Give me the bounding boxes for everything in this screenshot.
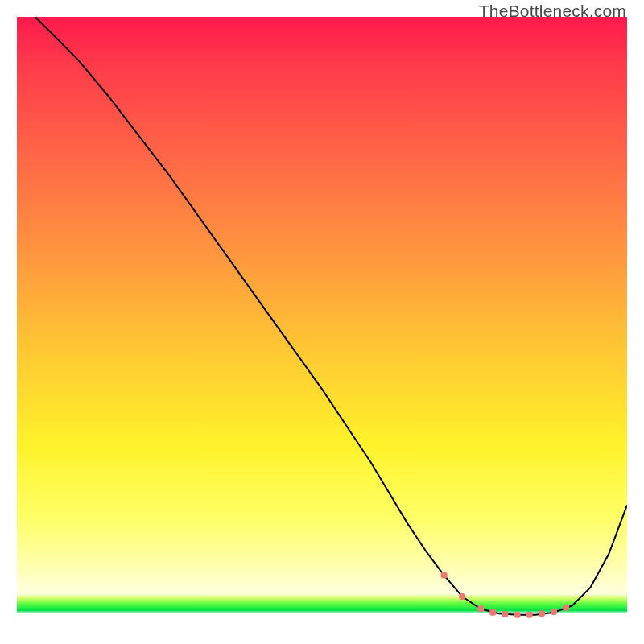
marker-dot [477,605,484,612]
marker-dot [441,572,448,579]
marker-dot [489,609,496,616]
marker-dot [551,609,557,615]
marker-dot [459,593,465,600]
highlight-markers [441,572,570,618]
plot-area [17,17,627,627]
bottleneck-curve [35,17,627,615]
marker-dot [563,605,569,611]
marker-dot [514,612,521,618]
marker-dot [502,611,508,617]
chart-overlay [17,17,627,627]
marker-dot [539,610,545,617]
chart-canvas: TheBottleneck.com [0,0,644,644]
marker-dot [526,612,533,618]
